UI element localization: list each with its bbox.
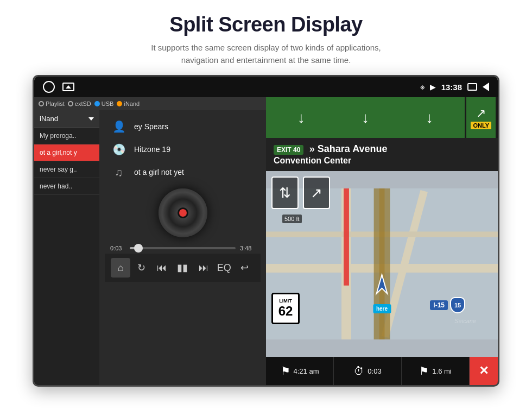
album-label: Hitzone 19 [134,145,170,154]
nav-distance: ⚑ 1.6 mi [402,357,470,385]
direction-subdirection: Convention Center [274,156,490,166]
direction-text: » Sahara Avenue [309,143,388,154]
source-tab-extsd[interactable]: extSD [68,100,91,107]
nav-elapsed: ⏱ 0:03 [334,357,402,385]
sign-only: ↗ ONLY [465,97,496,138]
playlist-item-3[interactable]: never had.. [34,178,99,195]
disc-outer [159,188,207,237]
inand-radio [117,101,122,106]
progress-bar[interactable] [130,247,236,249]
source-tabs: Playlist extSD USB iNand [34,97,266,110]
sign-arrows: ↓ ↓ ↓ [266,97,465,138]
speed-limit: LIMIT 62 [271,293,300,324]
svg-rect-7 [379,188,385,339]
title-label: ot a girl not yet [134,168,184,177]
eta-time: 4:21 am [294,367,319,375]
extsd-radio [68,101,73,106]
arrow-down-1: ↓ [297,109,305,127]
note-icon: ♫ [110,163,128,181]
album-art [105,188,261,237]
playlist-item-2[interactable]: never say g.. [34,161,99,178]
time-display: 13:38 [441,83,462,92]
map-canvas: ⇅ ↗ 500 ft 0.2 mi LIMIT 62 here I-15 15 … [266,171,498,357]
i15-shield: 15 [450,297,465,313]
turn-box-right: ↗ [303,177,330,209]
playlist-item-0[interactable]: My preroga.. [34,128,99,144]
remaining-distance: 1.6 mi [432,367,451,375]
navigation-panel: ↓ ↓ ↓ ↗ ONLY EXIT 40 » Sahara Avenue Con… [266,97,498,385]
page-subtitle: It supports the same screen display of t… [11,42,521,66]
artist-label: ey Spears [134,122,168,131]
sidebar-source-selector[interactable]: iNand [34,110,99,128]
disc-inner [178,207,188,218]
window-icon [467,83,477,91]
nav-eta: ⚑ 4:21 am [266,357,334,385]
next-button[interactable]: ⏭ [194,258,213,278]
back-button[interactable]: ↩ [235,258,255,278]
i15-badge: I-15 15 [430,297,465,313]
controls-bar: ⌂ ↻ ⏮ ▮▮ ⏭ EQ ↩ [105,254,261,282]
checkered-icon-1: ⚑ [281,364,290,377]
exit-badge: EXIT 40 [274,145,303,155]
direction-line1: EXIT 40 » Sahara Avenue [274,143,490,155]
watermark: Seicane [454,318,476,324]
track-info: 👤 ey Spears 💿 Hitzone 19 ♫ ot a girl not… [105,116,261,183]
home-button[interactable]: ⌂ [111,258,130,278]
divider [496,97,498,138]
usb-radio [94,101,100,106]
arrow-down-3: ↓ [426,109,433,127]
chevron-down-icon [88,117,94,121]
location-icon: ▶ [430,83,436,91]
device-frame: ⎈ ▶ 13:38 Playlist extSD [33,75,499,387]
page-header: Split Screen Display It supports the sam… [0,0,532,75]
playlist-item-1[interactable]: ot a girl,not y [34,144,99,161]
status-bar-left [43,81,74,93]
speed-limit-number: 62 [278,304,293,319]
back-arrow-icon [483,83,489,91]
music-main: 👤 ey Spears 💿 Hitzone 19 ♫ ot a girl not… [99,110,266,385]
direction-banner: EXIT 40 » Sahara Avenue Convention Cente… [266,138,498,171]
turn-box-straight: ⇅ [271,177,299,209]
progress-area: 0:03 3:48 [105,243,261,254]
status-bar: ⎈ ▶ 13:38 [34,77,498,97]
artist-row: 👤 ey Spears [110,118,168,135]
play-pause-button[interactable]: ▮▮ [173,258,192,278]
prev-button[interactable]: ⏮ [152,258,172,278]
total-time: 3:48 [240,245,255,251]
source-tab-inand[interactable]: iNand [117,100,140,107]
i15-text: I-15 [430,300,448,310]
status-bar-right: ⎈ ▶ 13:38 [420,83,489,92]
turn-indicators: ⇅ ↗ [271,177,330,209]
svg-rect-5 [344,188,349,286]
split-content: Playlist extSD USB iNand [34,97,498,385]
current-time: 0:03 [110,245,125,251]
music-sidebar: iNand My preroga.. ot a girl,not y never… [34,110,99,385]
ft-label: 500 ft [282,215,302,223]
only-label: ONLY [471,122,491,129]
music-panel: Playlist extSD USB iNand [34,97,266,385]
elapsed-time: 0:03 [368,367,381,375]
here-logo: here [373,304,391,313]
bluetooth-icon: ⎈ [420,83,425,91]
source-tab-usb[interactable]: USB [94,100,114,107]
image-icon [62,83,74,91]
person-icon: 👤 [110,118,128,135]
title-row: ♫ ot a girl not yet [110,163,184,181]
source-tab-playlist[interactable]: Playlist [39,100,65,107]
page-title: Split Screen Display [11,13,521,36]
speed-limit-label: LIMIT [279,298,292,304]
only-arrow-icon: ↗ [476,106,486,121]
road-signs: ↓ ↓ ↓ ↗ ONLY [266,97,498,138]
playlist-radio [39,101,44,106]
arrow-down-2: ↓ [362,109,369,127]
eq-button[interactable]: EQ [214,258,234,278]
circle-icon [43,81,55,93]
music-body: iNand My preroga.. ot a girl,not y never… [34,110,266,385]
disc-icon: 💿 [110,141,128,158]
checkered-icon-2: ⚑ [419,364,429,377]
progress-thumb [134,244,143,253]
album-row: 💿 Hitzone 19 [110,141,170,158]
nav-bottom-bar: ⚑ 4:21 am ⏱ 0:03 ⚑ 1.6 mi ✕ [266,357,498,385]
repeat-button[interactable]: ↻ [131,258,151,278]
nav-close-button[interactable]: ✕ [470,357,498,385]
